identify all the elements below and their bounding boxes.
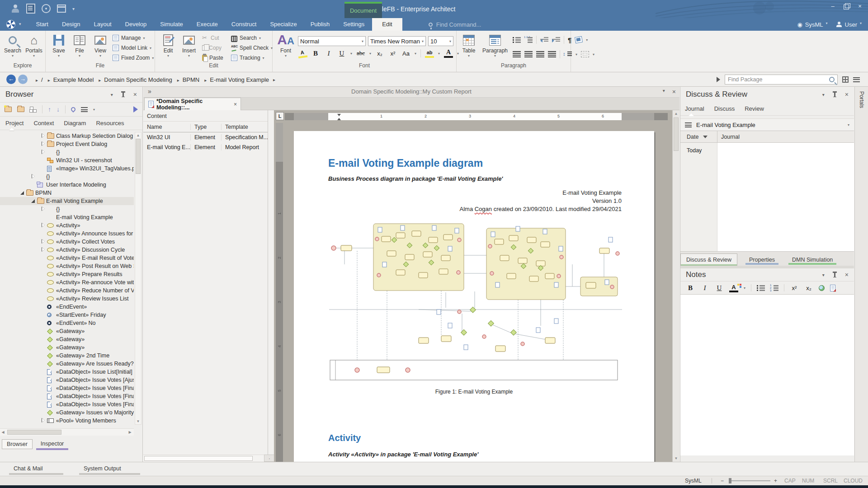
tree-item[interactable]: «Image» Win32UI_TagValues.pn [0, 164, 134, 173]
insert-button[interactable]: Insert▾ [179, 32, 199, 61]
table-row[interactable]: E-mail Voting E... Element Model Report [143, 142, 268, 152]
superscript-button[interactable]: x² [790, 283, 799, 292]
tree-item[interactable]: «DataObject» Issue Votes [Final [0, 384, 134, 392]
move-up-icon[interactable]: ↑ [48, 106, 51, 113]
tree-expander[interactable] [41, 255, 47, 261]
tree-expander[interactable] [41, 361, 47, 367]
tree-expander[interactable] [41, 247, 47, 253]
superscript-button[interactable]: x² [388, 49, 397, 58]
grid-icon[interactable] [842, 76, 849, 83]
chevron-down-icon[interactable]: ▾ [663, 88, 665, 95]
tree-item[interactable]: «Activity» [0, 221, 134, 230]
tree-item[interactable]: Win32 UI - screenshot [0, 156, 134, 164]
zoom-out-button[interactable]: − [721, 478, 724, 484]
ribbon-tab[interactable]: Settings [336, 18, 371, 31]
italic-button[interactable]: I [700, 283, 709, 292]
hyperlink-icon[interactable] [819, 285, 825, 291]
align-center-icon[interactable] [524, 51, 533, 57]
tree-expander[interactable] [41, 312, 47, 318]
tree-item[interactable]: «Activity» Review Issues List [0, 295, 134, 303]
status-cap[interactable]: CAP [784, 478, 796, 484]
tree-expander[interactable] [41, 393, 47, 399]
tree-expander[interactable] [41, 141, 47, 147]
tree-item[interactable]: «Activity» Re-annouce Vote with [0, 278, 134, 286]
tree-expander[interactable] [41, 401, 47, 408]
font-color-button[interactable]: A [729, 283, 738, 292]
tree-expander[interactable] [41, 377, 47, 383]
tree-scrollbar[interactable]: ▲ ▼ [135, 132, 142, 425]
new-note-icon[interactable] [830, 285, 835, 291]
expand-right-icon[interactable] [717, 77, 720, 82]
forward-button[interactable]: → [18, 75, 28, 84]
user-label[interactable]: User [845, 21, 857, 28]
tree-item[interactable]: «StartEvent» Friday [0, 311, 134, 319]
tree-item[interactable]: «Activity» Reduce Number of Vo [0, 286, 134, 295]
paragraph-button[interactable]: Paragraph▾ [481, 32, 509, 61]
column-template[interactable]: Template [222, 124, 268, 130]
numbered-list-icon[interactable] [524, 37, 533, 43]
tab-chat-mail[interactable]: Chat & Mail [14, 465, 43, 472]
ribbon-tab[interactable]: Develop [118, 18, 154, 31]
document-scrollbar[interactable]: ▲ ▼ [672, 110, 679, 462]
subscript-button[interactable]: x₂ [375, 49, 384, 58]
pin-icon[interactable] [834, 273, 835, 277]
tab-inspector[interactable]: Inspector [36, 439, 68, 449]
element-selector[interactable]: E-mail Voting Example ▾ [680, 118, 854, 131]
find-command-input[interactable] [436, 21, 509, 28]
tab-system-output[interactable]: System Output [84, 465, 121, 472]
column-date[interactable]: Date [680, 131, 717, 142]
tree-item[interactable]: «Gateway» 2nd Time [0, 352, 134, 360]
tree-item[interactable]: «Activity» E-mail Result of Vote [0, 254, 134, 262]
paste-button[interactable]: Paste [202, 53, 223, 62]
ribbon-tab[interactable]: Simulate [153, 18, 190, 31]
tree-expander[interactable] [31, 198, 37, 204]
content-hscrollbar[interactable] [143, 455, 268, 462]
close-button[interactable]: × [856, 3, 863, 9]
tab-review[interactable]: Review [745, 105, 764, 112]
close-icon[interactable]: × [845, 91, 849, 98]
cut-button[interactable]: ✂ Cut [202, 33, 219, 42]
font-color-button[interactable]: A [444, 49, 453, 58]
tree-item[interactable]: «EndEvent» No [0, 319, 134, 327]
tree-expander[interactable] [41, 214, 47, 221]
tree-expander[interactable] [41, 239, 47, 245]
ribbon-tab[interactable]: Construct [225, 18, 264, 31]
move-down-icon[interactable]: ↓ [57, 106, 60, 113]
bold-button[interactable]: B [311, 49, 320, 58]
ribbon-tab[interactable]: Start [29, 18, 55, 31]
tree-item[interactable]: «Gateway» Issues w'o Majority? [0, 408, 134, 417]
ribbon-tab[interactable]: Specialize [263, 18, 303, 31]
zoom-slider-thumb[interactable] [729, 478, 731, 483]
breadcrumb-item[interactable]: Domain Specific Modeling [94, 76, 173, 83]
locate-icon[interactable] [70, 106, 76, 113]
fixed-zoom-button[interactable]: Fixed Zoom▾ [113, 53, 154, 62]
manage-button[interactable]: Manage▾ [113, 33, 145, 42]
splitter-handle[interactable]: .. [264, 455, 275, 462]
tab-browser[interactable]: Browser [2, 439, 33, 449]
tree-expander[interactable] [41, 320, 47, 326]
tree-expander[interactable] [41, 206, 47, 212]
table-button[interactable]: Table▾ [458, 32, 479, 61]
tree-item[interactable]: «Gateway» [0, 343, 134, 352]
tree-item[interactable]: «Gateway» [0, 327, 134, 335]
pin-icon[interactable] [834, 93, 835, 97]
tab-resources[interactable]: Resources [96, 120, 124, 127]
indent-marker[interactable] [337, 114, 341, 120]
tree-item[interactable]: «DataObject» Issue List[Initial] [0, 368, 134, 376]
pin-icon[interactable] [123, 93, 124, 97]
tree-expander[interactable] [31, 182, 37, 188]
strikethrough-button[interactable]: abc [356, 49, 365, 58]
column-journal[interactable]: Journal [717, 134, 740, 140]
file-button[interactable]: File▾ [69, 32, 90, 61]
journal-row-today[interactable]: Today [687, 147, 702, 154]
tree-expander[interactable] [41, 263, 47, 269]
tree-item[interactable]: «DataObject» Issue Votes [Final] [0, 392, 134, 400]
tree-expander[interactable] [41, 418, 47, 424]
tab-journal[interactable]: Journal [685, 105, 704, 112]
table-row[interactable]: Win32 UI Element Specification M... [143, 132, 268, 142]
document-editor[interactable]: L 1 2 3 4 5 6 7 1 2 3 4 5 6 E-mail Votin… [274, 110, 679, 462]
close-tab-icon[interactable]: × [234, 101, 237, 108]
save-button[interactable]: Save▾ [48, 32, 69, 61]
tree-item[interactable]: «Activity» Announce Issues for V [0, 230, 134, 238]
font-size-select[interactable]: 10▾ [428, 36, 453, 46]
